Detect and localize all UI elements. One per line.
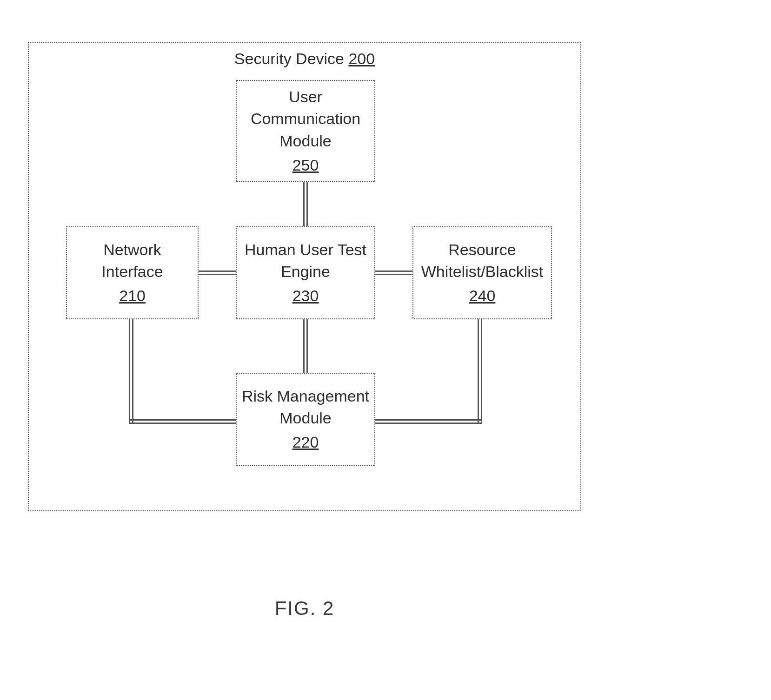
figure-caption: FIG. 2	[0, 597, 609, 620]
block-label-line: Network	[103, 239, 161, 261]
block-network-interface: Network Interface 210	[66, 226, 199, 319]
connector-engine-to-whitelist	[375, 271, 412, 275]
container-number: 200	[348, 50, 375, 67]
connector-whitelist-to-risk-horizontal	[375, 419, 482, 424]
block-label-line: User	[289, 86, 322, 108]
block-label-line: Risk Management	[242, 385, 369, 408]
block-label-line: Module	[279, 407, 332, 429]
block-label-line: Module	[279, 130, 332, 152]
block-label-line: Communication	[251, 108, 360, 130]
connector-netif-to-risk-horizontal	[129, 419, 236, 424]
connector-whitelist-to-risk-vertical	[478, 319, 482, 424]
block-risk-management-module: Risk Management Module 220	[236, 373, 375, 466]
block-number: 210	[119, 285, 146, 307]
block-number: 250	[292, 154, 319, 177]
container-title-text: Security Device	[234, 50, 349, 67]
block-number: 220	[292, 431, 319, 454]
block-label-line: Whitelist/Blacklist	[421, 261, 544, 283]
block-number: 230	[292, 285, 319, 307]
block-label-line: Resource	[448, 239, 516, 261]
container-title: Security Device 200	[29, 50, 580, 68]
block-label-line: Engine	[281, 261, 330, 283]
connector-usercomm-to-engine	[303, 182, 308, 226]
connector-engine-to-risk	[303, 319, 308, 373]
connector-netif-to-engine	[199, 271, 236, 275]
diagram-container: Security Device 200 User Communication M…	[28, 42, 581, 511]
block-resource-whitelist-blacklist: Resource Whitelist/Blacklist 240	[412, 226, 552, 319]
block-number: 240	[469, 285, 496, 307]
connector-netif-to-risk-vertical	[129, 319, 133, 424]
block-user-communication-module: User Communication Module 250	[236, 80, 375, 182]
block-human-user-test-engine: Human User Test Engine 230	[236, 226, 375, 319]
page: Security Device 200 User Communication M…	[0, 0, 771, 700]
block-label-line: Interface	[101, 261, 163, 283]
block-label-line: Human User Test	[245, 239, 366, 261]
